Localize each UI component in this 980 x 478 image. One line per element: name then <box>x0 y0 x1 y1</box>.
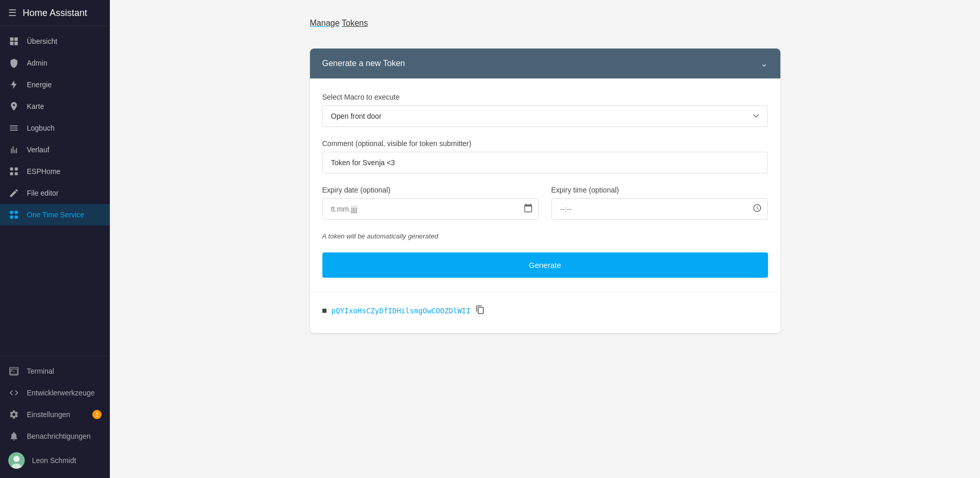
svg-rect-7 <box>15 216 18 219</box>
list-icon <box>8 122 20 134</box>
svg-rect-0 <box>10 168 13 171</box>
sidebar-item-entwicklerwerkzeuge[interactable]: Entwicklerwerkzeuge <box>0 382 110 404</box>
sidebar-item-label: Benachrichtigungen <box>27 432 91 440</box>
sidebar: ☰ Home Assistant Übersicht Admin Energie <box>0 0 110 478</box>
main-content: Manage Tokens Generate a new Token ⌄ Sel… <box>110 0 980 478</box>
sidebar-nav: Übersicht Admin Energie Karte Logbuch <box>0 26 110 356</box>
shield-icon <box>8 57 20 69</box>
sidebar-item-logbuch[interactable]: Logbuch <box>0 117 110 139</box>
user-avatar <box>8 452 25 469</box>
map-icon <box>8 101 20 112</box>
generate-button[interactable]: Generate <box>322 252 768 278</box>
content-wrapper: Manage Tokens Generate a new Token ⌄ Sel… <box>298 0 793 343</box>
dashboard-icon <box>8 36 20 47</box>
token-list: pQYIxoHsCZyDfIDHilsmgOwCOOZDlWII <box>310 292 780 333</box>
sidebar-item-terminal[interactable]: Terminal <box>0 360 110 382</box>
gear-icon <box>8 409 20 420</box>
comment-input[interactable] <box>322 152 768 173</box>
macro-select[interactable]: Open front door Close front door Lock do… <box>322 105 768 127</box>
sidebar-item-label: Terminal <box>27 367 54 375</box>
sidebar-item-file-editor[interactable]: File editor <box>0 182 110 204</box>
sidebar-item-verlauf[interactable]: Verlauf <box>0 139 110 161</box>
expiry-time-input[interactable] <box>551 198 768 220</box>
sidebar-item-einstellungen[interactable]: Einstellungen 1 <box>0 404 110 425</box>
sidebar-bottom: Terminal Entwicklerwerkzeuge Einstellung… <box>0 356 110 478</box>
sidebar-header: ☰ Home Assistant <box>0 0 110 26</box>
sidebar-item-label: Verlauf <box>27 146 50 154</box>
chevron-down-icon: ⌄ <box>760 58 768 69</box>
token-item: pQYIxoHsCZyDfIDHilsmgOwCOOZDlWII <box>322 301 768 321</box>
esphome-icon <box>8 166 20 177</box>
sidebar-item-label: Karte <box>27 102 44 110</box>
macro-group: Select Macro to execute Open front door … <box>322 93 768 127</box>
sidebar-item-label: Einstellungen <box>27 410 70 419</box>
comment-label: Comment (optional, visible for token sub… <box>322 139 768 148</box>
auto-generate-note: A token will be automatically generated <box>322 232 768 240</box>
svg-rect-4 <box>10 211 13 214</box>
expiry-time-group: Expiry time (optional) <box>551 186 768 220</box>
sidebar-item-label: One Time Service <box>27 211 84 219</box>
page-header: Manage Tokens <box>310 10 780 36</box>
terminal-icon <box>8 365 20 377</box>
sidebar-item-label: Logbuch <box>27 124 55 132</box>
token-link[interactable]: pQYIxoHsCZyDfIDHilsmgOwCOOZDlWII <box>332 307 471 315</box>
sidebar-item-admin[interactable]: Admin <box>0 52 110 74</box>
date-input-wrapper <box>322 198 539 220</box>
wrench-icon <box>8 187 20 199</box>
svg-rect-3 <box>15 172 18 176</box>
time-input-wrapper <box>551 198 768 220</box>
expiry-time-label: Expiry time (optional) <box>551 186 768 194</box>
sidebar-item-label: ESPHome <box>27 167 60 176</box>
manage-label: Manage <box>310 19 340 27</box>
sidebar-item-esphome[interactable]: ESPHome <box>0 161 110 182</box>
comment-group: Comment (optional, visible for token sub… <box>322 139 768 173</box>
sidebar-item-label: Energie <box>27 81 52 89</box>
expiry-date-label: Expiry date (optional) <box>322 186 539 194</box>
svg-rect-5 <box>15 211 18 214</box>
sidebar-item-energie[interactable]: Energie <box>0 74 110 95</box>
expiry-date-group: Expiry date (optional) <box>322 186 539 220</box>
svg-rect-1 <box>15 168 18 171</box>
app-title: Home Assistant <box>23 8 87 19</box>
accordion-title: Generate a new Token <box>322 59 405 68</box>
sidebar-item-ubersicht[interactable]: Übersicht <box>0 30 110 52</box>
sidebar-item-label: Übersicht <box>27 37 57 45</box>
sidebar-user[interactable]: Leon Schmidt <box>0 447 110 474</box>
sidebar-item-label: Entwicklerwerkzeuge <box>27 389 95 397</box>
user-name: Leon Schmidt <box>32 456 76 465</box>
expiry-date-input[interactable] <box>322 198 539 220</box>
sidebar-item-label: File editor <box>27 189 58 197</box>
menu-icon[interactable]: ☰ <box>8 7 17 19</box>
svg-point-9 <box>13 456 20 462</box>
sidebar-item-karte[interactable]: Karte <box>0 95 110 117</box>
svg-rect-6 <box>10 216 13 219</box>
token-card: Generate a new Token ⌄ Select Macro to e… <box>310 49 780 333</box>
sidebar-item-one-time-service[interactable]: One Time Service <box>0 204 110 226</box>
chart-icon <box>8 144 20 155</box>
token-bullet <box>322 309 326 313</box>
tokens-link[interactable]: Tokens <box>341 19 368 27</box>
sidebar-item-benachrichtigungen[interactable]: Benachrichtigungen <box>0 425 110 447</box>
service-icon <box>8 209 20 220</box>
bell-icon <box>8 431 20 442</box>
macro-label: Select Macro to execute <box>322 93 768 101</box>
copy-icon[interactable] <box>476 305 485 316</box>
accordion-header[interactable]: Generate a new Token ⌄ <box>310 49 780 78</box>
sidebar-item-label: Admin <box>27 59 47 67</box>
dev-tools-icon <box>8 387 20 399</box>
date-time-row: Expiry date (optional) Expiry time (opti… <box>322 186 768 220</box>
svg-rect-2 <box>10 172 13 176</box>
lightning-icon <box>8 79 20 90</box>
einstellungen-badge: 1 <box>92 410 102 419</box>
form-body: Select Macro to execute Open front door … <box>310 78 780 292</box>
